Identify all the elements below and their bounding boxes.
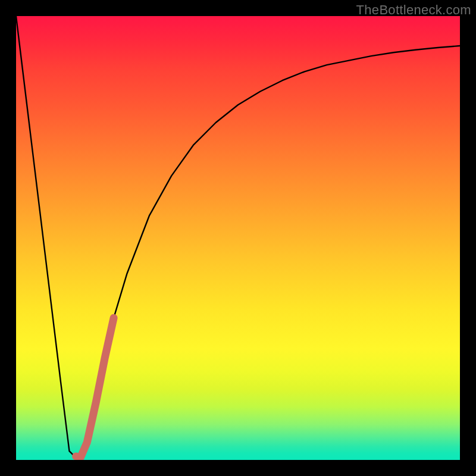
chart-frame: TheBottleneck.com [0, 0, 476, 476]
curve-layer [16, 16, 460, 460]
highlight-segment [76, 318, 114, 458]
main-curve [16, 16, 460, 460]
plot-area [16, 16, 460, 460]
